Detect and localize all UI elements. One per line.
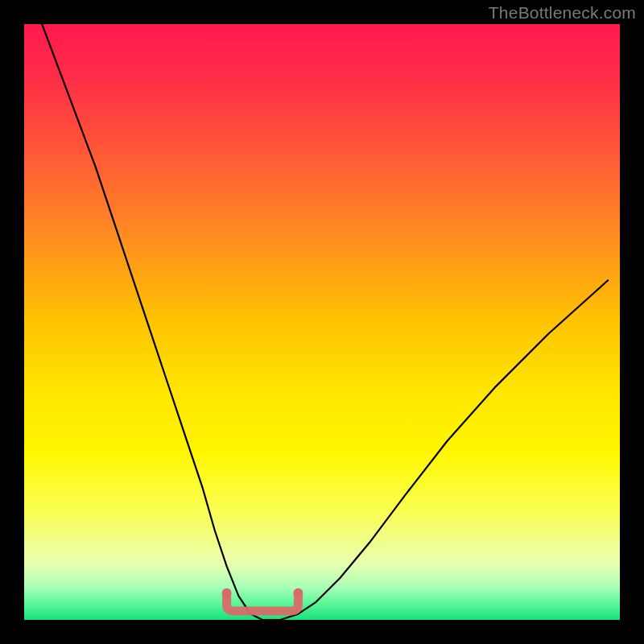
optimal-range-endpoint xyxy=(222,588,232,598)
watermark-text: TheBottleneck.com xyxy=(489,3,636,23)
chart-frame: TheBottleneck.com xyxy=(0,0,644,644)
optimal-range-endpoint xyxy=(293,588,303,598)
bottleneck-chart xyxy=(0,0,644,644)
gradient-background xyxy=(24,24,620,620)
